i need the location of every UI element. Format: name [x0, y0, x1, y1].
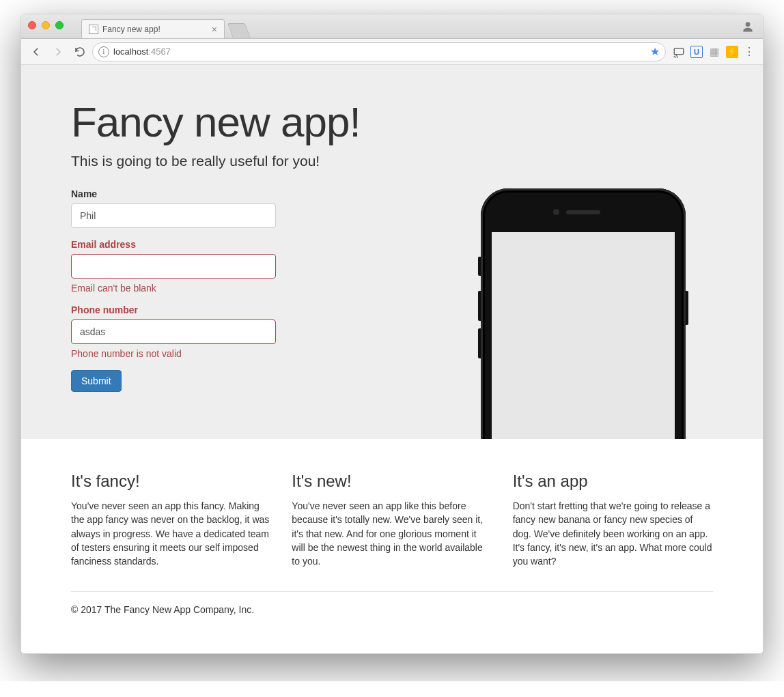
email-field-group: Email address Email can't be blank — [71, 239, 276, 294]
submit-button[interactable]: Submit — [71, 370, 122, 392]
features-section: It's fancy! You've never seen an app thi… — [21, 439, 763, 653]
titlebar: Fancy new app! × — [21, 14, 763, 39]
name-input[interactable] — [71, 203, 276, 228]
phone-error: Phone number is not valid — [71, 348, 276, 359]
url-host: localhost — [113, 46, 148, 57]
feature-heading: It's an app — [513, 472, 713, 491]
url-port: :4567 — [148, 46, 171, 57]
phone-field-group: Phone number Phone number is not valid — [71, 304, 276, 359]
phone-camera — [553, 209, 559, 215]
phone-mockup — [481, 188, 686, 439]
phone-label: Phone number — [71, 304, 276, 315]
page-subtitle: This is going to be really useful for yo… — [71, 153, 713, 169]
feature-body: You've never seen an app like this befor… — [292, 499, 492, 568]
close-tab-icon[interactable]: × — [212, 25, 217, 34]
footer-text: © 2017 The Fancy New App Company, Inc. — [71, 604, 713, 634]
hero-section: Fancy new app! This is going to be reall… — [21, 65, 763, 439]
tab-title: Fancy new app! — [102, 25, 160, 34]
site-info-icon[interactable]: i — [98, 46, 109, 57]
bookmark-star-icon[interactable]: ★ — [650, 45, 660, 58]
page-title: Fancy new app! — [71, 98, 713, 146]
browser-window: Fancy new app! × i localhost:4567 ★ — [20, 14, 764, 654]
file-icon — [89, 25, 98, 34]
feature-body: You've never seen an app this fancy. Mak… — [71, 499, 271, 568]
phone-input[interactable] — [71, 319, 276, 344]
feature-new: It's new! You've never seen an app like … — [292, 472, 492, 568]
extension-grid-icon[interactable]: ▦ — [708, 46, 720, 58]
email-input[interactable] — [71, 254, 276, 279]
feature-heading: It's fancy! — [71, 472, 271, 491]
feature-fancy: It's fancy! You've never seen an app thi… — [71, 472, 271, 568]
forward-button[interactable] — [48, 42, 68, 61]
feature-body: Don't start fretting that we're going to… — [513, 499, 713, 568]
reload-button[interactable] — [70, 42, 89, 61]
url-text: localhost:4567 — [113, 46, 171, 57]
new-tab-button[interactable] — [227, 23, 251, 38]
browser-toolbar: i localhost:4567 ★ U ▦ ⚡ ⋮ — [21, 39, 763, 65]
phone-screen — [492, 232, 675, 439]
window-controls — [28, 21, 64, 29]
phone-body — [481, 188, 686, 439]
name-field-group: Name — [71, 188, 276, 228]
signup-form: Name Email address Email can't be blank … — [71, 188, 276, 392]
phone-speaker — [566, 210, 600, 214]
feature-heading: It's new! — [292, 472, 492, 491]
maximize-window-button[interactable] — [55, 21, 64, 29]
svg-point-0 — [746, 22, 751, 27]
extension-icons: U ▦ ⚡ — [669, 46, 738, 58]
email-label: Email address — [71, 239, 276, 250]
feature-app: It's an app Don't start fretting that we… — [513, 472, 713, 568]
browser-menu-button[interactable]: ⋮ — [741, 45, 757, 58]
divider — [71, 591, 713, 592]
phone-mockup-column — [276, 188, 713, 392]
name-label: Name — [71, 188, 276, 199]
cast-icon[interactable] — [673, 46, 685, 58]
extension-u-icon[interactable]: U — [690, 46, 703, 58]
extension-bolt-icon[interactable]: ⚡ — [726, 46, 738, 58]
profile-icon[interactable] — [741, 20, 755, 33]
address-bar[interactable]: i localhost:4567 ★ — [92, 42, 666, 61]
svg-rect-1 — [674, 48, 684, 54]
email-error: Email can't be blank — [71, 283, 276, 294]
close-window-button[interactable] — [28, 21, 36, 29]
back-button[interactable] — [27, 42, 46, 61]
page-viewport: Fancy new app! This is going to be reall… — [21, 65, 763, 653]
browser-tab[interactable]: Fancy new app! × — [81, 19, 225, 38]
phone-power-button — [686, 291, 688, 325]
minimize-window-button[interactable] — [42, 21, 50, 29]
